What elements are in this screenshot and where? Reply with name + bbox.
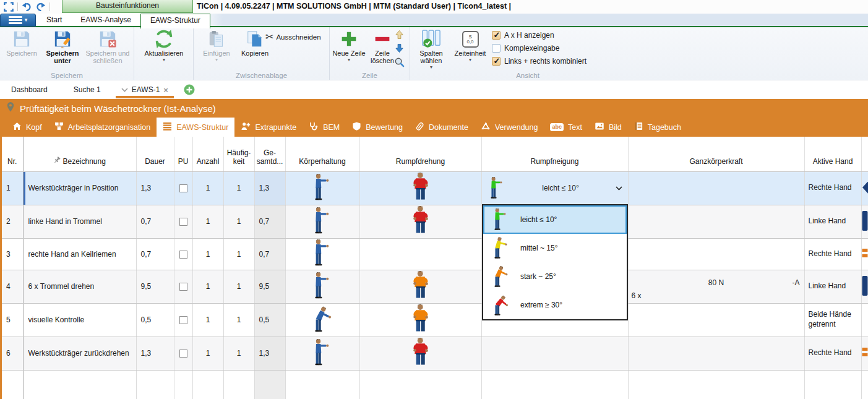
- analysis-tab-text[interactable]: abcText: [544, 118, 588, 137]
- force-code[interactable]: -A: [793, 278, 800, 287]
- cell-dauer[interactable]: 1,3: [136, 337, 174, 370]
- row-number[interactable]: 3: [2, 238, 23, 270]
- cell-ganzkoerperkraft[interactable]: [628, 303, 804, 337]
- cell-dauer[interactable]: 0,7: [136, 205, 174, 238]
- row-number[interactable]: 6: [2, 337, 23, 370]
- force-count[interactable]: 6 x: [632, 291, 642, 300]
- cell-aktive-hand[interactable]: Rechte Hand: [804, 337, 861, 370]
- cell-anzahl[interactable]: 1: [192, 238, 223, 270]
- pu-checkbox[interactable]: [179, 251, 187, 259]
- analysis-tab-verwendung[interactable]: Verwendung: [475, 118, 544, 137]
- cell-ganzkoerperkraft[interactable]: [628, 337, 804, 370]
- cell-dauer[interactable]: 1,3: [136, 171, 174, 205]
- row-number[interactable]: 4: [2, 270, 23, 303]
- app-menu-button[interactable]: ▾: [0, 14, 36, 27]
- col-header-ganzkoerperkraft[interactable]: Ganzkörperkraft: [628, 137, 804, 171]
- cell-gesamtdauer[interactable]: 0,7: [254, 238, 285, 270]
- cell-gesamtdauer[interactable]: 1,3: [254, 337, 285, 370]
- analysis-tab-bild[interactable]: Bild: [588, 118, 628, 137]
- cell-gesamtdauer[interactable]: 9,5: [254, 270, 285, 303]
- search-row-button[interactable]: [394, 57, 405, 70]
- col-header-koerperhaltung[interactable]: Körperhaltung: [285, 137, 359, 171]
- doc-tab-suche1[interactable]: Suche 1: [67, 80, 107, 99]
- cell-aktive-hand[interactable]: Beide Hände getrennt: [804, 303, 861, 337]
- cell-aktive-hand[interactable]: Rechte Hand: [804, 171, 861, 205]
- col-header-dauer[interactable]: Dauer: [136, 137, 174, 171]
- add-tab-button[interactable]: [184, 84, 195, 95]
- cell-dauer[interactable]: 0,5: [136, 303, 174, 337]
- cell-koerperhaltung[interactable]: [285, 205, 359, 238]
- cell-pu[interactable]: [174, 337, 192, 370]
- analysis-tab-extrapunkte[interactable]: Extrapunkte: [234, 118, 303, 137]
- table-row[interactable]: 5 visuelle Kontrolle 0,5 1 1 0,5: [2, 303, 868, 337]
- cell-anzahl[interactable]: 1: [192, 205, 223, 238]
- cell-rumpfneigung[interactable]: [481, 337, 628, 370]
- save-button[interactable]: Speichern: [2, 28, 41, 57]
- cell-bezeichnung[interactable]: Werkstückträger zurückdrehen: [23, 337, 136, 370]
- redo-button[interactable]: [35, 1, 46, 12]
- contextual-tab-group[interactable]: Bausteinfunktionen: [62, 0, 193, 13]
- cell-koerperhaltung[interactable]: [285, 303, 359, 337]
- cell-rumpfdrehung[interactable]: [359, 270, 481, 303]
- cell-ganzkoerperkraft[interactable]: [628, 238, 804, 270]
- analysis-tab-tagebuch[interactable]: Tagebuch: [628, 118, 687, 137]
- cell-pu[interactable]: [174, 205, 192, 238]
- cell-rumpfdrehung[interactable]: [359, 205, 481, 238]
- table-row[interactable]: 3 rechte Hand an Keilriemen 0,7 1 1 0,7: [2, 238, 868, 270]
- pu-checkbox[interactable]: [179, 316, 187, 324]
- cell-pu[interactable]: [174, 171, 192, 205]
- doc-tab-eaws1[interactable]: EAWS-1 ×: [116, 80, 174, 99]
- col-header-haeufigkeit[interactable]: Häufig- keit: [223, 137, 254, 171]
- choose-columns-button[interactable]: Spalten wählen ▾: [413, 28, 449, 70]
- cell-ganzkoerperkraft[interactable]: [628, 205, 804, 238]
- col-header-gesamtdauer[interactable]: Ge- samtd...: [254, 137, 285, 171]
- analysis-tab-bem[interactable]: BEM: [303, 118, 346, 137]
- cell-koerperhaltung[interactable]: [285, 238, 359, 270]
- dropdown-option-extrem[interactable]: extrem ≥ 30°: [483, 291, 627, 319]
- dropdown-option-leicht[interactable]: leicht ≤ 10°: [483, 205, 627, 234]
- cell-anzahl[interactable]: 1: [192, 303, 223, 337]
- new-row-button[interactable]: Neue Zeile ▾: [332, 28, 366, 62]
- undo-button[interactable]: [21, 1, 32, 12]
- dropdown-option-mittel[interactable]: mittel ~ 15°: [483, 234, 627, 262]
- cell-haeufigkeit[interactable]: 1: [223, 270, 254, 303]
- cell-bezeichnung[interactable]: Werkstückträger in Position: [23, 171, 136, 205]
- cell-aktive-hand[interactable]: Linke Hand: [804, 270, 861, 303]
- cell-haeufigkeit[interactable]: 1: [223, 171, 254, 205]
- force-value[interactable]: 80 N: [629, 278, 804, 287]
- close-tab-icon[interactable]: ×: [163, 85, 168, 95]
- cut-button[interactable]: ✂ Ausschneiden: [265, 32, 321, 42]
- cell-koerperhaltung[interactable]: [285, 270, 359, 303]
- table-row[interactable]: 6 Werkstückträger zurückdrehen 1,3 1 1 1…: [2, 337, 868, 370]
- refresh-button[interactable]: Aktualisieren ▾: [136, 28, 192, 62]
- col-header-anzahl[interactable]: Anzahl: [192, 137, 223, 171]
- cell-gesamtdauer[interactable]: 0,7: [254, 205, 285, 238]
- col-header-pu[interactable]: PU: [174, 137, 192, 171]
- row-number[interactable]: 1: [2, 171, 23, 205]
- cell-aktive-hand[interactable]: Rechte Hand: [804, 238, 861, 270]
- analysis-tab-arbeitsplatzorganisation[interactable]: Arbeitsplatzorganisation: [48, 118, 157, 137]
- tab-chevron-icon[interactable]: [121, 85, 128, 94]
- cell-bezeichnung[interactable]: linke Hand in Trommel: [23, 205, 136, 238]
- cell-anzahl[interactable]: 1: [192, 337, 223, 370]
- pu-checkbox[interactable]: [179, 283, 187, 291]
- ribbon-tab-start[interactable]: Start: [37, 14, 71, 27]
- cell-anzahl[interactable]: 1: [192, 171, 223, 205]
- cell-haeufigkeit[interactable]: 1: [223, 337, 254, 370]
- paste-button[interactable]: Einfügen ▾: [199, 28, 234, 62]
- cell-haeufigkeit[interactable]: 1: [223, 303, 254, 337]
- save-as-button[interactable]: Speichern unter: [42, 28, 83, 64]
- pu-checkbox[interactable]: [179, 184, 187, 192]
- cell-haeufigkeit[interactable]: 1: [223, 238, 254, 270]
- cell-gesamtdauer[interactable]: 1,3: [254, 171, 285, 205]
- analysis-tab-dokumente[interactable]: Dokumente: [409, 118, 475, 137]
- col-header-rumpfdrehung[interactable]: Rumpfdrehung: [359, 137, 481, 171]
- doc-tab-dashboard[interactable]: Dashboard: [5, 80, 54, 99]
- chevron-down-icon[interactable]: [616, 184, 622, 192]
- cell-dauer[interactable]: 9,5: [136, 270, 174, 303]
- col-header-nr[interactable]: Nr.: [2, 137, 23, 171]
- cell-bezeichnung[interactable]: rechte Hand an Keilriemen: [23, 238, 136, 270]
- cell-rumpfdrehung[interactable]: [359, 238, 481, 270]
- checkbox-axh-anzeigen[interactable]: A x H anzeigen: [492, 31, 587, 40]
- cell-rumpfneigung[interactable]: leicht ≤ 10°: [481, 171, 628, 205]
